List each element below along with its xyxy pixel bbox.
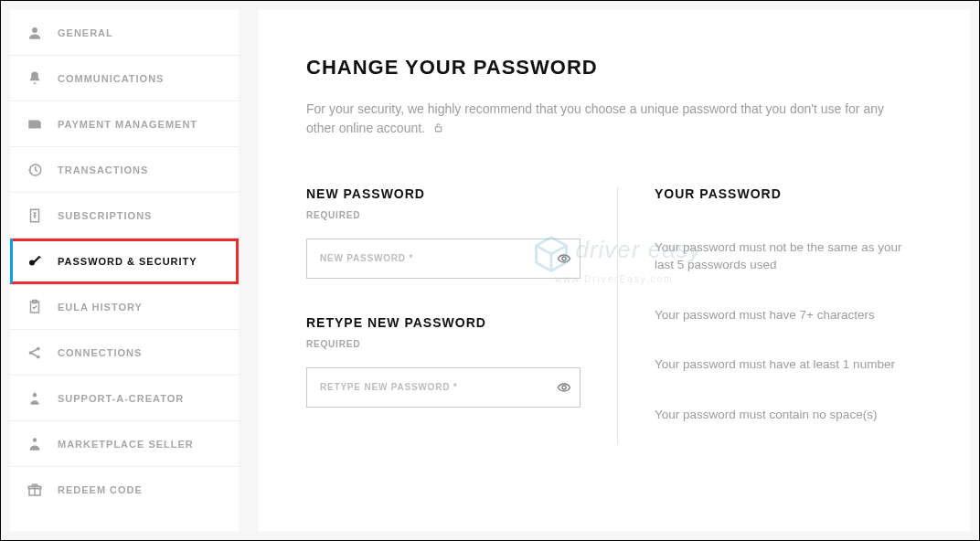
page-description-text: For your security, we highly recommend t… [306, 101, 884, 135]
svg-point-11 [33, 393, 37, 398]
sidebar-item-label: EULA HISTORY [58, 302, 143, 313]
new-password-header: NEW PASSWORD [306, 186, 617, 201]
bell-icon [27, 70, 43, 87]
rule-item: Your password must have 7+ characters [655, 307, 922, 324]
sidebar-item-label: TRANSACTIONS [58, 164, 148, 175]
person-icon [27, 25, 43, 41]
svg-point-12 [33, 438, 37, 442]
rule-item: Your password must not be the same as yo… [655, 239, 922, 274]
sidebar-item-label: COMMUNICATIONS [58, 73, 164, 84]
svg-point-0 [32, 27, 37, 33]
sidebar-item-label: PASSWORD & SECURITY [58, 256, 197, 267]
toggle-visibility-icon[interactable] [557, 380, 571, 395]
retype-password-input[interactable] [306, 367, 581, 408]
active-indicator [10, 239, 13, 283]
sidebar-item-label: REDEEM CODE [58, 484, 143, 495]
history-icon [27, 162, 43, 178]
new-password-required-label: REQUIRED [306, 210, 617, 220]
rule-item: Your password must have at least 1 numbe… [655, 356, 922, 374]
retype-password-block: RETYPE NEW PASSWORD REQUIRED [306, 315, 617, 408]
retype-password-required-label: REQUIRED [306, 339, 617, 349]
clipboard-icon [27, 299, 43, 315]
lock-icon [432, 120, 444, 139]
svg-rect-15 [435, 127, 442, 132]
receipt-icon [27, 207, 43, 224]
rules-header: YOUR PASSWORD [655, 186, 922, 201]
svg-point-17 [562, 386, 566, 389]
password-rules-column: YOUR PASSWORD Your password must not be … [617, 186, 922, 444]
sidebar-item-payment-management[interactable]: PAYMENT MANAGEMENT [10, 101, 239, 147]
main-panel: CHANGE YOUR PASSWORD For your security, … [259, 10, 970, 531]
gift-icon [27, 482, 43, 498]
sidebar-item-label: CONNECTIONS [58, 347, 142, 358]
sidebar-item-label: GENERAL [58, 27, 113, 38]
sidebar-item-redeem-code[interactable]: REDEEM CODE [10, 467, 239, 513]
sidebar-item-transactions[interactable]: TRANSACTIONS [10, 147, 239, 193]
sidebar-item-communications[interactable]: COMMUNICATIONS [10, 56, 239, 101]
new-password-block: NEW PASSWORD REQUIRED [306, 186, 617, 279]
page-description: For your security, we highly recommend t… [306, 100, 910, 139]
new-password-input[interactable] [306, 239, 581, 279]
rule-item: Your password must contain no space(s) [655, 407, 922, 424]
creator-icon [27, 390, 43, 407]
share-icon [27, 345, 43, 361]
key-icon [27, 253, 43, 270]
sidebar-item-general[interactable]: GENERAL [10, 10, 239, 56]
sidebar-item-label: MARKETPLACE SELLER [58, 439, 194, 450]
sidebar-item-password-security[interactable]: PASSWORD & SECURITY [10, 239, 239, 284]
svg-point-3 [29, 260, 35, 265]
storefront-icon [27, 436, 43, 452]
sidebar-item-label: SUBSCRIPTIONS [58, 210, 152, 221]
sidebar-item-marketplace-seller[interactable]: MARKETPLACE SELLER [10, 421, 239, 467]
wallet-icon [27, 116, 43, 133]
svg-rect-4 [34, 256, 40, 262]
sidebar-item-support-a-creator[interactable]: SUPPORT-A-CREATOR [10, 376, 239, 421]
sidebar-item-connections[interactable]: CONNECTIONS [10, 330, 239, 376]
retype-password-header: RETYPE NEW PASSWORD [306, 315, 617, 330]
svg-point-16 [562, 257, 566, 260]
toggle-visibility-icon[interactable] [557, 251, 571, 266]
password-form-column: NEW PASSWORD REQUIRED RETYPE NEW PASSWOR… [306, 186, 617, 444]
sidebar-item-subscriptions[interactable]: SUBSCRIPTIONS [10, 193, 239, 239]
sidebar-item-label: SUPPORT-A-CREATOR [58, 393, 184, 404]
sidebar-item-label: PAYMENT MANAGEMENT [58, 119, 197, 130]
sidebar: GENERAL COMMUNICATIONS PAYMENT MANAGEMEN… [10, 10, 239, 531]
page-title: CHANGE YOUR PASSWORD [306, 56, 922, 80]
sidebar-item-eula-history[interactable]: EULA HISTORY [10, 284, 239, 330]
